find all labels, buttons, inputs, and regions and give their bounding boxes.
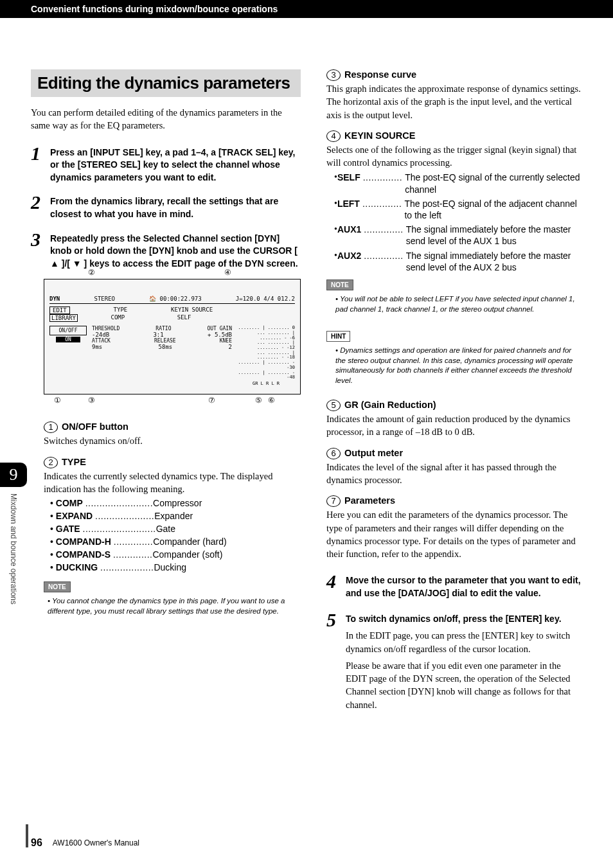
keyin-source-list: • SELF..............The post-EQ signal o… <box>334 172 582 273</box>
item-2-heading: 2 TYPE <box>44 457 301 468</box>
list-item: • COMPAND-H ..............Compander (har… <box>50 536 301 547</box>
list-item: • COMPAND-S ..............Compander (sof… <box>50 549 301 560</box>
procedure-steps-right: 4 Move the cursor to the parameter that … <box>326 572 582 711</box>
note-box-left: NOTE You cannot change the dynamics type… <box>44 580 301 616</box>
item-4-heading: 4 KEYIN SOURCE <box>326 130 582 142</box>
note-text: You will not be able to select LEFT if y… <box>335 294 582 314</box>
item-6-desc: Indicates the level of the signal after … <box>326 461 582 487</box>
left-column: Editing the dynamics parameters You can … <box>31 69 301 722</box>
chapter-number: 9 <box>0 463 27 487</box>
step-item: Press an [INPUT SEL] key, a pad 1–4, a [… <box>31 144 301 184</box>
dynamics-type-list: • COMP ........................Compresso… <box>50 498 301 572</box>
list-item: • EXPAND .....................Expander <box>50 511 301 521</box>
circled-3-icon: 3 <box>326 69 341 81</box>
callout-1: ① <box>54 396 61 405</box>
page-header: Convenient functions during mixdown/boun… <box>0 0 613 18</box>
hint-tag: HINT <box>326 331 350 342</box>
dyn-screen-illustration: ② ④ DYN STEREO 🏠 00:00:22.973 J=120.0 4/… <box>44 279 301 394</box>
footer-rule <box>26 824 28 847</box>
item-5-heading: 5 GR (Gain Reduction) <box>326 400 582 411</box>
callout-4: ④ <box>224 268 231 278</box>
note-tag: NOTE <box>326 279 353 290</box>
intro-paragraph: You can perform detailed editing of the … <box>31 106 301 132</box>
item-4-desc: Selects one of the following as the trig… <box>326 143 582 170</box>
list-item: • AUX2..............The signal immediate… <box>334 250 582 273</box>
manual-title: AW1600 Owner's Manual <box>53 838 139 847</box>
procedure-steps-left: Press an [INPUT SEL] key, a pad 1–4, a [… <box>31 144 301 270</box>
chapter-title: Mixdown and bounce operations <box>9 493 18 605</box>
callout-3: ③ <box>88 396 95 405</box>
callout-6: ⑥ <box>268 396 275 405</box>
circled-1-icon: 1 <box>44 421 58 433</box>
circled-6-icon: 6 <box>326 448 341 459</box>
list-item: • SELF..............The post-EQ signal o… <box>334 172 582 195</box>
callout-7: ⑦ <box>208 396 215 405</box>
item-3-desc: This graph indicates the approximate res… <box>326 82 582 121</box>
side-tab: 9 Mixdown and bounce operations <box>0 463 27 655</box>
note-tag: NOTE <box>44 581 71 592</box>
hint-box-right: HINT Dynamics settings and operation are… <box>326 330 582 385</box>
item-6-heading: 6 Output meter <box>326 448 582 459</box>
circled-5-icon: 5 <box>326 400 341 411</box>
list-item: • LEFT..............The post-EQ signal o… <box>334 198 582 221</box>
item-1-desc: Switches dynamics on/off. <box>44 434 301 447</box>
note-box-right: NOTE You will not be able to select LEFT… <box>326 278 582 314</box>
item-7-desc: Here you can edit the parameters of the … <box>326 508 582 560</box>
callout-2: ② <box>88 268 95 278</box>
page-footer: 96 AW1600 Owner's Manual <box>31 837 139 849</box>
step-item: Repeatedly press the Selected Channel se… <box>31 230 301 270</box>
note-text: You cannot change the dynamics type in t… <box>48 596 301 616</box>
list-item: • AUX1..............The signal immediate… <box>334 224 582 247</box>
item-7-heading: 7 Parameters <box>326 495 582 507</box>
item-2-desc: Indicates the currently selected dynamic… <box>44 470 301 496</box>
list-item: • DUCKING ...................Ducking <box>50 562 301 572</box>
callout-5: ⑤ <box>255 396 262 405</box>
step-item: 4 Move the cursor to the parameter that … <box>326 572 582 599</box>
hint-text: Dynamics settings and operation are link… <box>335 346 582 385</box>
step-item: From the dynamics library, recall the se… <box>31 193 301 220</box>
step-item: 5 To switch dynamics on/off, press the [… <box>326 610 582 711</box>
circled-7-icon: 7 <box>326 495 341 507</box>
item-5-desc: Indicates the amount of gain reduction p… <box>326 412 582 439</box>
item-1-heading: 1 ON/OFF button <box>44 421 301 433</box>
circled-4-icon: 4 <box>326 130 341 142</box>
page-number: 96 <box>31 837 42 849</box>
circled-2-icon: 2 <box>44 457 58 468</box>
section-heading: Editing the dynamics parameters <box>31 69 301 97</box>
item-3-heading: 3 Response curve <box>326 69 582 81</box>
list-item: • GATE ..........................Gate <box>50 524 301 534</box>
list-item: • COMP ........................Compresso… <box>50 498 301 508</box>
right-column: 3 Response curve This graph indicates th… <box>326 69 582 722</box>
